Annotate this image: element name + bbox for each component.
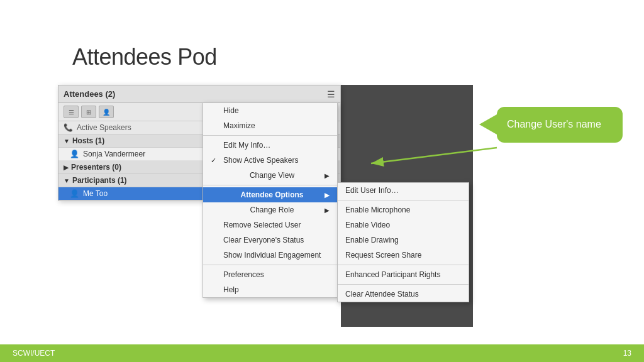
menu-remove-user-label: Remove Selected User — [223, 221, 301, 229]
sub-separator-1 — [338, 200, 469, 200]
menu-maximize-label: Maximize — [223, 121, 255, 130]
sub-separator-3 — [338, 284, 469, 285]
callout-bubble: Change User's name — [497, 107, 623, 143]
change-view-arrow: ▶ — [325, 172, 330, 179]
submenu-request-screen-share[interactable]: Request Screen Share — [338, 248, 469, 263]
menu-hide-label: Hide — [223, 106, 239, 115]
pod-header-title: Attendees (2) — [64, 89, 115, 99]
presenters-triangle: ▶ — [64, 164, 69, 171]
submenu-enable-mic[interactable]: Enable Microphone — [338, 202, 469, 217]
role-view-button[interactable]: 👤 — [99, 106, 114, 118]
presenters-label: Presenters (0) — [71, 163, 121, 172]
attendee-options-arrow: ▶ — [325, 192, 330, 199]
menu-show-active-speakers-label: Show Active Speakers — [223, 156, 298, 165]
submenu-enable-drawing[interactable]: Enable Drawing — [338, 233, 469, 248]
page-title: Attendees Pod — [72, 44, 217, 70]
submenu-enable-drawing-label: Enable Drawing — [345, 236, 399, 244]
submenu-clear-attendee-status[interactable]: Clear Attendee Status — [338, 287, 469, 302]
svg-line-1 — [371, 148, 497, 163]
menu-individual-engagement[interactable]: Show Individual Engagement — [203, 248, 337, 263]
participants-label: Participants (1) — [72, 176, 127, 185]
submenu-enable-mic-label: Enable Microphone — [345, 206, 410, 214]
separator-1 — [203, 135, 337, 136]
change-role-arrow: ▶ — [325, 207, 330, 214]
menu-help-label: Help — [223, 285, 239, 294]
active-speakers-icon: 📞 — [64, 123, 73, 132]
menu-hide[interactable]: Hide — [203, 103, 337, 118]
host-icon: 👤 — [70, 150, 79, 158]
menu-individual-engagement-label: Show Individual Engagement — [223, 251, 321, 260]
menu-help[interactable]: Help — [203, 282, 337, 297]
list-view-button[interactable]: ☰ — [64, 106, 79, 118]
hosts-label: Hosts (1) — [72, 136, 104, 145]
submenu-clear-attendee-status-label: Clear Attendee Status — [345, 290, 419, 299]
separator-3 — [203, 265, 337, 265]
participant-username: Me Too — [83, 189, 108, 198]
pod-menu-icon[interactable]: ☰ — [327, 89, 335, 99]
callout-text: Change User's name — [507, 119, 601, 129]
menu-change-view[interactable]: Change View ▶ — [203, 168, 337, 183]
menu-maximize[interactable]: Maximize — [203, 118, 337, 133]
context-menu-submenu: Edit User Info… Enable Microphone Enable… — [337, 182, 469, 302]
active-speakers-label: Active Speakers — [77, 123, 131, 132]
hosts-triangle: ▼ — [64, 138, 70, 145]
grid-view-button[interactable]: ⊞ — [81, 106, 96, 118]
menu-preferences-label: Preferences — [223, 270, 264, 279]
submenu-enhanced-rights[interactable]: Enhanced Participant Rights — [338, 267, 469, 282]
participants-triangle: ▼ — [64, 177, 70, 184]
footer-bar: SCWI/UECT 13 — [0, 344, 644, 362]
menu-clear-status[interactable]: Clear Everyone's Status — [203, 233, 337, 248]
menu-attendee-options-label: Attendee Options — [240, 190, 303, 199]
sub-separator-2 — [338, 265, 469, 265]
separator-2 — [203, 185, 337, 185]
menu-preferences[interactable]: Preferences — [203, 267, 337, 282]
menu-edit-info[interactable]: Edit My Info… — [203, 138, 337, 153]
footer-left: SCWI/UECT — [13, 349, 55, 358]
submenu-enhanced-rights-label: Enhanced Participant Rights — [345, 270, 440, 279]
menu-change-role[interactable]: Change Role ▶ — [203, 202, 337, 217]
submenu-edit-user-info-label: Edit User Info… — [345, 186, 399, 195]
pod-header: Attendees (2) ☰ — [58, 85, 340, 103]
callout-arrow — [365, 123, 503, 173]
menu-attendee-options[interactable]: Attendee Options ▶ — [203, 187, 337, 202]
menu-clear-status-label: Clear Everyone's Status — [223, 236, 304, 244]
participant-icon: 👤 — [70, 189, 79, 198]
context-menu-main: Hide Maximize Edit My Info… ✓ Show Activ… — [203, 102, 338, 298]
menu-change-role-label: Change Role — [250, 206, 294, 214]
footer-right: 13 — [623, 349, 631, 358]
submenu-request-screen-share-label: Request Screen Share — [345, 251, 421, 260]
submenu-enable-video-label: Enable Video — [345, 221, 390, 229]
menu-edit-info-label: Edit My Info… — [223, 141, 270, 150]
menu-show-active-speakers[interactable]: ✓ Show Active Speakers — [203, 153, 337, 168]
submenu-edit-user-info[interactable]: Edit User Info… — [338, 183, 469, 198]
submenu-enable-video[interactable]: Enable Video — [338, 217, 469, 233]
menu-change-view-label: Change View — [250, 171, 294, 180]
host-username: Sonja Vandermeer — [83, 150, 145, 158]
menu-remove-user[interactable]: Remove Selected User — [203, 217, 337, 233]
